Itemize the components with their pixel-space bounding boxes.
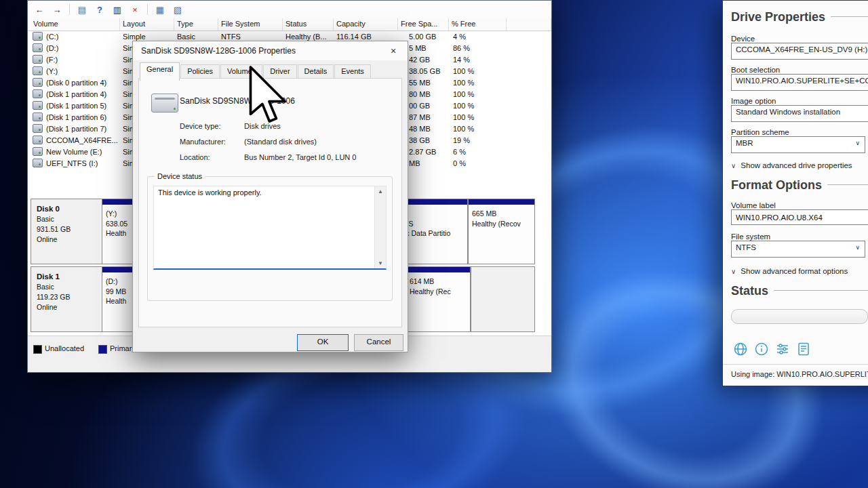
image-option-select[interactable]: Standard Windows installation∨	[731, 105, 868, 122]
chevron-down-icon: ∨	[855, 140, 860, 146]
toolbar-separator	[69, 4, 70, 15]
column-header-filler	[507, 18, 551, 30]
volume-cell: (Disk 1 partition 6)	[28, 113, 120, 121]
boot-selection-select[interactable]: WIN10.PRO.AIO.SUPERLITE+SE+COM∨	[731, 74, 868, 91]
top-view-icon[interactable]: ▦	[152, 2, 168, 17]
ok-button[interactable]: OK	[297, 334, 349, 351]
rufus-window: Drive Properties Device CCCOMA_X64FRE_EN…	[722, 0, 868, 386]
boot-selection-label: Boot selection	[731, 66, 780, 74]
status-heading: Status	[731, 284, 868, 298]
pct-cell: 19 %	[449, 136, 507, 144]
column-header-status[interactable]: Status	[283, 18, 334, 30]
volume-cell: (C:)	[28, 32, 120, 41]
group-label: Device status	[155, 172, 205, 180]
toolbar-separator	[147, 4, 148, 15]
chevron-down-icon: ∨	[731, 268, 736, 275]
device-label: Device	[731, 35, 755, 43]
column-header-capacity[interactable]: Capacity	[334, 18, 398, 30]
close-icon[interactable]: ×	[383, 44, 403, 58]
partition-region[interactable]: 614 MB Healthy (Rec	[406, 267, 471, 331]
scroll-down-icon[interactable]: ▼	[375, 260, 386, 266]
partition-scheme-select[interactable]: MBR∨	[731, 136, 865, 153]
volume-icon	[33, 159, 43, 167]
image-option-label: Image option	[731, 97, 776, 105]
partition-color-strip	[406, 267, 470, 272]
pct-cell: 0 %	[449, 159, 507, 167]
tab-general[interactable]: General	[140, 62, 180, 81]
details-view-icon[interactable]: ▤	[74, 2, 90, 17]
volume-icon	[33, 101, 43, 110]
scroll-up-icon[interactable]: ▲	[375, 188, 386, 195]
pct-cell: 86 %	[449, 44, 507, 52]
disk-management-toolbar: ← → ▤ ? ▥ × ▦ ▧	[28, 1, 551, 19]
delete-volume-icon[interactable]: ×	[127, 2, 143, 17]
scrollbar[interactable]: ▲ ▼	[374, 186, 386, 268]
progress-bar	[731, 309, 868, 324]
disk-list-icon[interactable]: ▥	[109, 2, 125, 17]
settings-icon[interactable]	[774, 341, 791, 357]
device-select[interactable]: CCCOMA_X64FRE_EN-US_DV9 (H:) [1∨	[731, 43, 868, 60]
dialog-titlebar[interactable]: SanDisk SD9SN8W-128G-1006 Properties ×	[133, 41, 408, 60]
volume-cell: CCCOMA_X64FRE...	[28, 136, 120, 144]
drive-properties-heading: Drive Properties	[731, 10, 868, 24]
fs-cell: NTFS	[218, 33, 283, 41]
partition-color-strip	[401, 199, 467, 205]
disk-drive-icon	[151, 94, 178, 113]
field-label: Manufacturer:	[180, 138, 226, 146]
empty-region[interactable]	[471, 267, 535, 331]
pct-cell: 100 %	[449, 67, 507, 75]
volume-cell: (F:)	[28, 55, 120, 64]
volume-icon	[33, 78, 43, 87]
partition-scheme-label: Partition scheme	[731, 128, 789, 136]
partition-region[interactable]: 665 MB Healthy (Recov	[468, 199, 535, 264]
volume-cell: (Disk 1 partition 5)	[28, 101, 120, 110]
language-icon[interactable]	[732, 341, 749, 357]
back-icon[interactable]: ←	[31, 2, 47, 17]
volume-label-input[interactable]	[731, 209, 868, 225]
column-header-volume[interactable]: Volume	[28, 18, 120, 30]
volume-icon	[33, 43, 43, 52]
partition-color-strip	[469, 199, 534, 205]
volume-icon	[33, 89, 43, 98]
disk-header[interactable]: Disk 0 Basic 931.51 GB Online	[31, 199, 106, 264]
volume-cell: (Y:)	[28, 66, 120, 75]
device-status-text: This device is working properly.	[154, 186, 386, 199]
disk-header[interactable]: Disk 1 Basic 119.23 GB Online	[31, 267, 106, 331]
column-header-pctfree[interactable]: % Free	[449, 18, 507, 30]
column-header-layout[interactable]: Layout	[120, 18, 174, 30]
info-icon[interactable]	[753, 341, 770, 357]
pct-cell: 6 %	[449, 148, 507, 156]
type-cell: Basic	[174, 33, 218, 41]
file-system-label: File system	[731, 232, 770, 241]
heading-rule	[827, 184, 868, 186]
legend-unallocated-label: Unallocated	[45, 344, 84, 352]
field-value: Bus Number 2, Target Id 0, LUN 0	[244, 153, 357, 161]
device-status-textbox[interactable]: This device is working properly. ▲ ▼	[153, 186, 387, 270]
file-system-select[interactable]: NTFS∨	[731, 241, 865, 258]
volume-cell: New Volume (E:)	[28, 147, 120, 156]
help-icon[interactable]: ?	[92, 2, 108, 17]
partition-region[interactable]: FS ic Data Partitio	[400, 199, 468, 264]
cancel-button[interactable]: Cancel	[354, 334, 403, 351]
show-advanced-format-options[interactable]: ∨ Show advanced format options	[731, 267, 848, 275]
volume-icon	[33, 124, 43, 133]
heading-rule	[774, 290, 868, 292]
device-status-group: Device status This device is working pro…	[147, 176, 393, 301]
column-header-type[interactable]: Type	[174, 18, 218, 30]
legend-unallocated-swatch	[33, 345, 42, 354]
volume-icon	[33, 113, 43, 121]
volume-icon	[33, 55, 43, 64]
status-cell: Healthy (B...	[283, 33, 334, 41]
show-advanced-drive-properties[interactable]: ∨ Show advanced drive properties	[731, 161, 852, 169]
pct-cell: 100 %	[449, 79, 507, 87]
statusbar-divider	[723, 364, 868, 365]
volume-cell: (Disk 1 partition 4)	[28, 89, 120, 98]
volume-cell: (Disk 1 partition 7)	[28, 124, 120, 133]
forward-icon[interactable]: →	[49, 2, 65, 17]
bottom-view-icon[interactable]: ▧	[170, 2, 186, 17]
pct-cell: 100 %	[449, 102, 507, 110]
heading-rule	[831, 16, 868, 18]
column-header-freespace[interactable]: Free Spa...	[398, 18, 449, 30]
log-icon[interactable]	[795, 341, 812, 357]
column-header-filesystem[interactable]: File System	[218, 18, 283, 30]
